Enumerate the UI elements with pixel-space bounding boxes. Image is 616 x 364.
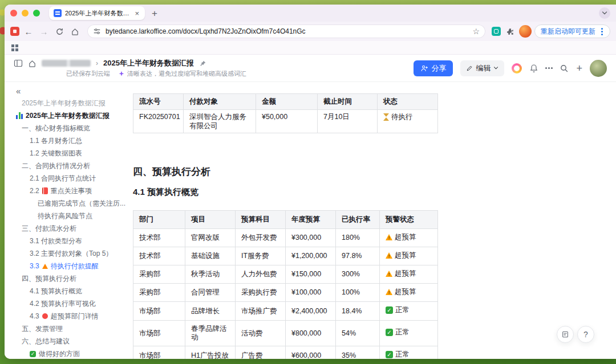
sidebar-toggle-icon[interactable] (14, 59, 23, 68)
outline-item[interactable]: 2025年上半年财务数据汇报 (15, 109, 125, 122)
create-new-icon[interactable]: + (576, 63, 582, 73)
status-cell: 正常 (380, 346, 438, 359)
column-header: 部门 (133, 211, 185, 229)
outline-item-label: 2025年上半年财务数据汇报 (26, 111, 110, 121)
pin-icon[interactable] (199, 60, 206, 67)
outline-item[interactable]: 3.2 主要付款对象（Top 5） (15, 247, 125, 260)
pinned-extension-icon[interactable] (10, 27, 19, 36)
table-cell: 180% (336, 229, 380, 247)
payment-table: 流水号付款对象金额截止时间状态 FK20250701深圳智合人力服务有限公司¥5… (133, 93, 438, 133)
outline-item[interactable]: 3.3 待执行付款提醒 (15, 260, 125, 272)
outline-item-label: 四、预算执行分析 (22, 274, 76, 284)
table-row: 采购部合同管理采购执行费¥100,000100%超预算 (133, 284, 438, 302)
restart-update-label: 重新启动即可更新 (541, 27, 595, 36)
outline-item[interactable]: 一、核心财务指标概览 (15, 122, 125, 134)
back-button[interactable]: ← (22, 25, 35, 38)
browser-tab[interactable]: 2025年上半年财务数据汇报 × (49, 6, 145, 20)
apps-grid-icon[interactable] (11, 44, 18, 51)
outline-item[interactable]: 三、付款流水分析 (15, 222, 125, 235)
close-window-button[interactable] (10, 10, 17, 17)
column-header: 付款对象 (184, 94, 256, 110)
bookmark-star-icon[interactable]: ☆ (472, 27, 480, 35)
chevron-down-icon (493, 66, 499, 70)
edit-button[interactable]: 编辑 (460, 60, 504, 76)
table-cell: 7月10日 (318, 110, 378, 133)
pencil-icon (466, 65, 473, 72)
outline-item[interactable]: 4.2 预算执行率可视化 (15, 297, 125, 310)
outline-item[interactable]: 二、合同执行情况分析 (15, 159, 125, 172)
search-icon[interactable] (560, 64, 569, 73)
table-cell: 技术部 (133, 247, 185, 265)
extensions-puzzle-icon[interactable] (504, 25, 516, 38)
tab-search-button[interactable] (599, 7, 610, 19)
table-cell: IT服务费 (236, 247, 286, 265)
table-cell: 市场部 (133, 302, 185, 321)
status-label: 超预算 (395, 251, 416, 260)
column-header: 已执行率 (336, 211, 380, 229)
outline-item-number: 3.3 (30, 262, 39, 270)
outline-item[interactable]: 3.1 付款类型分布 (15, 235, 125, 247)
subsection-heading: 4.1 预算执行概览 (133, 187, 616, 198)
extension-icon[interactable] (492, 27, 501, 36)
outline-item-label: 4.1 预算执行概览 (30, 287, 82, 296)
browser-menu-icon[interactable] (601, 31, 603, 32)
outline-item[interactable]: 2.1 合同执行节点统计 (15, 172, 125, 185)
status-cell: 超预算 (380, 265, 438, 284)
reload-button[interactable] (53, 25, 66, 38)
user-avatar[interactable] (590, 60, 607, 77)
outline-item[interactable]: 待执行高风险节点 (15, 210, 125, 222)
more-options-icon[interactable] (548, 67, 550, 69)
table-cell: ¥800,000 (286, 321, 336, 346)
outline-item[interactable]: 四、预算执行分析 (15, 272, 125, 285)
outline-item[interactable]: 1.2 关键数据图表 (15, 147, 125, 159)
ai-writing-tip[interactable]: 清晰表达，避免过度缩写和堆砌高级感词汇 (118, 69, 246, 78)
address-bar[interactable]: bytedance.larkoffice.com/docx/Lqxhd7N2Jo… (87, 24, 485, 38)
outline-item[interactable]: 1.1 各月财务汇总 (15, 134, 125, 147)
browser-profile-avatar[interactable] (519, 25, 532, 38)
minimize-window-button[interactable] (22, 10, 29, 17)
tab-close-icon[interactable]: × (133, 10, 140, 17)
breadcrumb-doc-title[interactable]: 2025年上半年财务数据汇报 (103, 58, 194, 68)
outline-item[interactable]: 2.2 重点关注事项 (15, 185, 125, 197)
outline-item-label: 超预算部门详情 (51, 312, 99, 321)
browser-toolbar: ← → bytedance.larkoffice.com/docx/Lqxhd7… (5, 22, 616, 41)
new-tab-button[interactable]: + (152, 9, 157, 18)
status-cell: 待执行 (378, 110, 438, 133)
zoom-window-button[interactable] (33, 10, 40, 17)
notifications-bell-icon[interactable] (529, 64, 538, 73)
outline-item[interactable]: 做得好的方面 (15, 347, 125, 359)
share-button[interactable]: 分享 (414, 60, 453, 76)
outline-panel: « 2025年上半年财务数据汇报2025年上半年财务数据汇报一、核心财务指标概览… (5, 82, 125, 359)
outline-item[interactable]: 已逾期完成节点（需关注历... (15, 197, 125, 210)
feedback-button[interactable] (557, 326, 574, 343)
status-badge: 超预算 (386, 288, 416, 296)
window-controls (10, 10, 40, 17)
outline-item[interactable]: 五、发票管理 (15, 322, 125, 335)
bookmarks-bar (5, 41, 616, 55)
help-button[interactable]: ? (577, 326, 594, 343)
outline-item[interactable]: 六、总结与建议 (15, 335, 125, 347)
column-header: 状态 (378, 94, 438, 110)
restart-update-button[interactable]: 重新启动即可更新 (534, 24, 610, 38)
home-button[interactable] (68, 25, 81, 38)
breadcrumb-separator: › (96, 59, 98, 67)
table-row: 采购部秋季活动人力外包费¥150,000300%超预算 (133, 265, 438, 284)
outline-item-label: 六、总结与建议 (22, 337, 70, 346)
outline-item[interactable]: 4.3 超预算部门详情 (15, 310, 125, 322)
workspace-name-redacted[interactable] (42, 60, 91, 67)
column-header: 年度预算 (286, 211, 336, 229)
workspace-home-icon[interactable] (28, 59, 37, 68)
table-cell: ¥600,000 (286, 346, 336, 359)
forward-button[interactable]: → (38, 25, 50, 38)
column-header: 金额 (256, 94, 318, 110)
table-cell: 300% (336, 265, 380, 284)
outline-item[interactable]: 2025年上半年财务数据汇报 (15, 97, 125, 109)
table-cell: 市场部 (133, 346, 185, 359)
collapse-outline-icon[interactable]: « (16, 87, 125, 97)
outline-item[interactable]: 4.1 预算执行概览 (15, 285, 125, 297)
save-status: 已经保存到云端 (66, 69, 110, 78)
hourglass-icon (383, 113, 389, 121)
outline-item-label: 3.2 主要付款对象（Top 5） (30, 249, 112, 259)
status-cell: 正常 (380, 321, 438, 346)
status-ring-icon[interactable] (512, 63, 522, 73)
